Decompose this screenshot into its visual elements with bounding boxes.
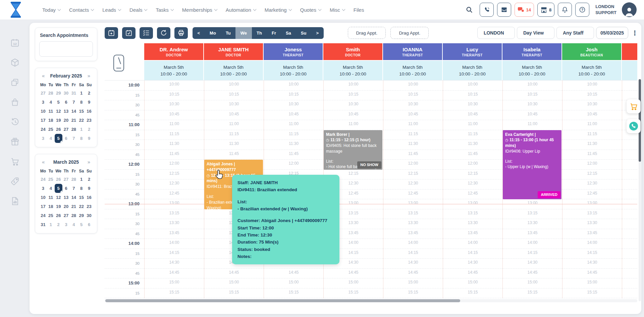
calendar-day[interactable]: 15 [77, 107, 85, 116]
calendar-check-button[interactable] [122, 27, 136, 39]
time-slot[interactable]: 10:15 [204, 91, 264, 101]
time-slot[interactable]: 10:15 [324, 91, 383, 101]
time-slot[interactable]: 14:00 [503, 239, 562, 249]
time-slot[interactable]: 12:00 [383, 160, 443, 170]
time-slot[interactable]: 12:15 [145, 170, 204, 180]
print-button[interactable] [174, 27, 188, 39]
calendar-day[interactable]: 5 [55, 98, 62, 107]
time-slot[interactable]: 10:30 [383, 100, 443, 110]
calendar-day[interactable]: 27 [62, 125, 70, 134]
calendar-day[interactable]: 2 [55, 220, 62, 229]
calendar-day[interactable]: 19 [55, 116, 62, 125]
time-slot[interactable]: 10:15 [383, 91, 443, 101]
calendar-day[interactable]: 28 [70, 175, 77, 184]
calendar-day[interactable]: 29 [77, 211, 85, 220]
time-slot[interactable] [622, 179, 637, 190]
time-slot[interactable]: 11:45 [443, 150, 502, 160]
time-slot[interactable]: 15:15 [204, 288, 264, 299]
weekday-tu[interactable]: Tu [221, 27, 235, 39]
calendar-day[interactable]: 24 [39, 211, 47, 220]
calendar-day[interactable]: 21 [70, 202, 77, 211]
calendar-next-button[interactable]: » [86, 159, 92, 165]
calendar-day[interactable]: 8 [77, 98, 85, 107]
time-slot[interactable] [622, 160, 637, 170]
time-slot[interactable]: 11:00 [264, 120, 323, 130]
time-slot[interactable]: 11:15 [145, 130, 204, 140]
drag-appt-button-2[interactable]: Drag Appt. [390, 27, 429, 39]
price-tag-icon[interactable]: $ [10, 176, 20, 186]
calendar-day[interactable]: 1 [77, 175, 85, 184]
weekday-we[interactable]: We [235, 27, 252, 39]
time-slot[interactable]: 10:30 [503, 100, 562, 110]
calendar-day[interactable]: 12 [55, 193, 62, 202]
calendar-day[interactable]: 12 [55, 107, 62, 116]
time-slot[interactable]: 11:00 [443, 120, 502, 130]
time-slot[interactable]: 13:15 [503, 209, 562, 219]
calendar-day[interactable]: 23 [85, 202, 93, 211]
search-button[interactable] [464, 6, 475, 14]
time-slot[interactable]: 13:15 [562, 209, 622, 219]
filter-any-staff[interactable]: Any Staff [556, 27, 594, 39]
time-slot[interactable]: 11:15 [383, 130, 443, 140]
time-slot[interactable]: 11:45 [204, 150, 264, 160]
calendar-day[interactable]: 2 [85, 125, 93, 134]
time-slot[interactable]: 12:15 [383, 170, 443, 180]
nav-item-automation[interactable]: Automation [226, 7, 256, 13]
calendar-add-button[interactable] [105, 27, 118, 39]
time-slot[interactable]: 15:15 [503, 288, 562, 299]
time-slot[interactable]: 11:00 [503, 120, 562, 130]
time-slot[interactable]: 12:45 [145, 190, 204, 200]
time-slot[interactable]: 12:30 [443, 179, 502, 190]
time-slot[interactable]: 15:00 [443, 278, 502, 288]
calendar-day[interactable]: 6 [62, 134, 70, 143]
horizontal-scrollbar[interactable] [105, 299, 637, 302]
time-slot[interactable]: 14:00 [443, 239, 502, 249]
time-slot[interactable]: 12:30 [383, 179, 443, 190]
time-slot[interactable]: 13:45 [503, 229, 562, 239]
time-slot[interactable]: 11:15 [264, 130, 323, 140]
time-slot[interactable]: 13:30 [503, 219, 562, 229]
time-slot[interactable]: 13:15 [383, 209, 443, 219]
calendar-day[interactable]: 21 [70, 116, 77, 125]
calendar-day[interactable]: 10 [39, 107, 47, 116]
phone-button[interactable] [480, 3, 494, 17]
calendar-day[interactable]: 7 [70, 98, 77, 107]
calendar-12-icon[interactable]: 12 [10, 38, 20, 48]
calendar-day[interactable]: 27 [39, 89, 47, 98]
time-slot[interactable] [622, 229, 637, 239]
time-slot[interactable]: 11:00 [145, 120, 204, 130]
time-slot[interactable]: 11:30 [204, 140, 264, 150]
time-slot[interactable]: 14:30 [443, 259, 502, 269]
calendar-day[interactable]: 13 [62, 107, 70, 116]
time-slot[interactable]: 10:00 [204, 81, 264, 91]
time-slot[interactable]: 10:30 [324, 100, 383, 110]
time-slot[interactable]: 11:15 [443, 130, 502, 140]
time-slot[interactable]: 12:00 [562, 160, 622, 170]
time-slot[interactable]: 14:00 [145, 239, 204, 249]
time-slot[interactable]: 14:45 [204, 269, 264, 279]
calendar-day[interactable]: 4 [70, 220, 77, 229]
time-slot[interactable]: 10:00 [503, 81, 562, 91]
calendar-day[interactable]: 3 [39, 134, 47, 143]
quick-phone-button[interactable] [627, 119, 641, 133]
calendar-day[interactable]: 3 [39, 98, 47, 107]
calendar-day[interactable]: 13 [62, 193, 70, 202]
time-slot[interactable]: 10:15 [503, 91, 562, 101]
time-slot[interactable]: 10:00 [383, 81, 443, 91]
calendar-day[interactable]: 25 [47, 125, 55, 134]
calendar-day[interactable]: 6 [62, 98, 70, 107]
inbox-button[interactable] [497, 3, 511, 17]
store-button[interactable]: 8 [537, 3, 554, 17]
drag-appt-button-1[interactable]: Drag Appt. [348, 27, 386, 39]
time-slot[interactable]: 10:30 [204, 100, 264, 110]
calendar-day[interactable]: 24 [39, 125, 47, 134]
calendar-day[interactable]: 2 [85, 89, 93, 98]
time-slot[interactable]: 11:00 [562, 120, 622, 130]
calendar-day[interactable]: 16 [85, 193, 93, 202]
quick-cart-button[interactable] [627, 99, 641, 113]
time-slot[interactable] [622, 219, 637, 229]
time-slot[interactable]: 11:30 [443, 140, 502, 150]
appointment-eva[interactable]: Eva Cartwright |◷ 11:15 - 13:00 (1 hour … [503, 130, 561, 200]
time-slot[interactable]: 14:30 [562, 259, 622, 269]
calendar-day[interactable]: 31 [39, 220, 47, 229]
